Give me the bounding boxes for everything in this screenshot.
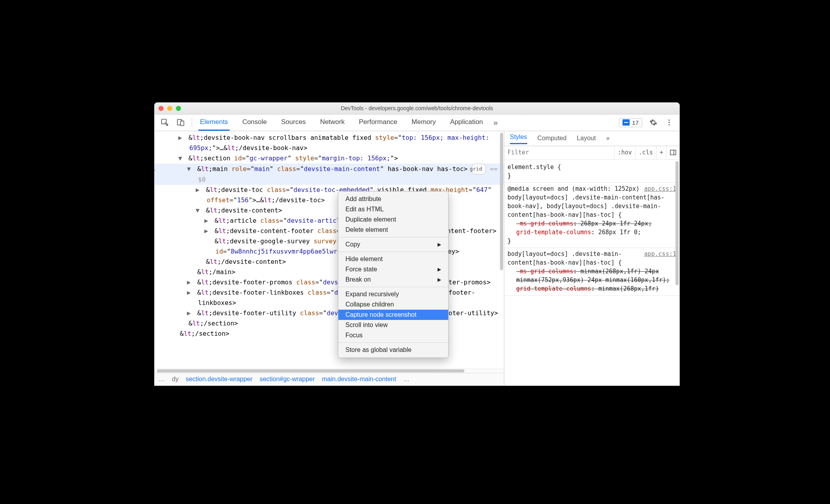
menu-separator: [338, 237, 448, 237]
svg-point-4: [668, 122, 670, 123]
settings-gear-icon[interactable]: [649, 118, 658, 127]
dom-row[interactable]: ▶&lt;article class="devsite-article">…&l…: [155, 216, 504, 226]
menu-item-add-attribute[interactable]: Add attribute: [338, 194, 448, 204]
computed-panel-toggle-icon[interactable]: [666, 146, 679, 159]
window-title: DevTools - developers.google.com/web/too…: [155, 105, 679, 111]
sidebar-tab-layout[interactable]: Layout: [577, 135, 596, 142]
tab-memory[interactable]: Memory: [410, 115, 437, 131]
crumb-item[interactable]: main.devsite-main-content: [322, 376, 396, 383]
new-rule-button[interactable]: +: [656, 146, 666, 159]
svg-rect-6: [670, 150, 676, 155]
main-toolbar: ElementsConsoleSourcesNetworkPerformance…: [155, 115, 679, 131]
rule-source-link[interactable]: app.css:1: [644, 250, 676, 258]
tab-console[interactable]: Console: [241, 115, 268, 131]
menu-item-capture-node-screenshot[interactable]: Capture node screenshot: [338, 310, 448, 320]
device-toggle-icon[interactable]: [176, 118, 185, 127]
overflow-panels-icon[interactable]: »: [491, 118, 500, 127]
issues-counter[interactable]: 17: [619, 118, 642, 127]
styles-filter-input[interactable]: [504, 147, 614, 158]
crumb-item: …: [403, 376, 409, 383]
vertical-scrollbar[interactable]: [675, 160, 679, 386]
style-rule[interactable]: element.style {}: [504, 161, 679, 183]
horizontal-scrollbar[interactable]: [155, 368, 504, 373]
menu-item-hide-element[interactable]: Hide element: [338, 254, 448, 264]
dom-row[interactable]: ▶&lt;devsite-content-footer class="nocon…: [155, 226, 504, 236]
vertical-scrollbar[interactable]: [499, 131, 504, 368]
dom-row[interactable]: ▶&lt;devsite-toc class="devsite-toc-embe…: [155, 185, 504, 205]
menu-separator: [338, 287, 448, 287]
dom-row[interactable]: ▼&lt;section id="gc-wrapper" style="marg…: [155, 153, 504, 164]
styles-filter-bar: :hov .cls +: [504, 146, 679, 160]
dom-row[interactable]: &lt;devsite-google-survey survey-id="8w8…: [155, 236, 504, 257]
traffic-lights: [158, 106, 181, 111]
menu-item-expand-recursively[interactable]: Expand recursively: [338, 289, 448, 299]
breadcrumb[interactable]: …dysection.devsite-wrappersection#gc-wra…: [155, 373, 504, 386]
dom-row[interactable]: &lt;/section>: [155, 329, 504, 339]
menu-item-force-state[interactable]: Force state▶: [338, 264, 448, 275]
context-menu: Add attributeEdit as HTMLDuplicate eleme…: [338, 191, 449, 358]
sidebar-overflow-icon[interactable]: »: [606, 135, 609, 142]
dom-row[interactable]: &lt;/section>: [155, 318, 504, 329]
svg-point-5: [668, 124, 670, 125]
dom-row[interactable]: &lt;/main>: [155, 267, 504, 277]
elements-panel: ▶&lt;devsite-book-nav scrollbars animata…: [155, 131, 504, 386]
menu-item-focus[interactable]: Focus: [338, 330, 448, 340]
devtools-window: DevTools - developers.google.com/web/too…: [154, 102, 680, 386]
menu-item-break-on[interactable]: Break on▶: [338, 275, 448, 285]
dom-row[interactable]: ▼&lt;devsite-content>: [155, 205, 504, 216]
minimize-icon[interactable]: [167, 106, 172, 111]
kebab-menu-icon[interactable]: [664, 118, 674, 127]
dom-tree[interactable]: ▶&lt;devsite-book-nav scrollbars animata…: [155, 131, 504, 368]
tab-elements[interactable]: Elements: [198, 115, 230, 131]
menu-item-scroll-into-view[interactable]: Scroll into view: [338, 320, 448, 330]
sidebar-tab-computed[interactable]: Computed: [538, 135, 567, 142]
crumb-item[interactable]: section.devsite-wrapper: [186, 376, 253, 383]
zoom-icon[interactable]: [176, 106, 181, 111]
styles-sidebar: StylesComputedLayout» :hov .cls + elemen…: [504, 131, 679, 386]
menu-separator: [338, 252, 448, 252]
dom-row[interactable]: ▼&lt;main role="main" class="devsite-mai…: [155, 164, 504, 185]
dom-row[interactable]: ▶&lt;devsite-footer-linkboxes class="dev…: [155, 288, 504, 308]
menu-item-edit-as-html[interactable]: Edit as HTML: [338, 204, 448, 214]
sidebar-tabs: StylesComputedLayout»: [504, 131, 679, 146]
menu-separator: [338, 342, 448, 343]
titlebar: DevTools - developers.google.com/web/too…: [155, 103, 679, 115]
separator: [192, 118, 192, 127]
svg-rect-2: [181, 121, 184, 126]
tab-network[interactable]: Network: [319, 115, 346, 131]
crumb-item: …: [158, 376, 165, 383]
panel-tabs: ElementsConsoleSourcesNetworkPerformance…: [198, 115, 485, 131]
dom-row[interactable]: &lt;/devsite-content>: [155, 257, 504, 267]
tab-sources[interactable]: Sources: [279, 115, 307, 131]
menu-item-copy[interactable]: Copy▶: [338, 239, 448, 250]
menu-item-store-as-global-variable[interactable]: Store as global variable: [338, 345, 448, 355]
style-rule[interactable]: app.css:1body[layout=docs] .devsite-main…: [504, 248, 679, 296]
issues-count: 17: [632, 119, 639, 126]
close-icon[interactable]: [158, 106, 164, 111]
sidebar-tab-styles[interactable]: Styles: [510, 134, 527, 144]
issues-icon: [622, 119, 630, 126]
menu-item-delete-element[interactable]: Delete element: [338, 225, 448, 235]
dom-row[interactable]: ▶&lt;devsite-footer-promos class="devsit…: [155, 277, 504, 288]
tab-performance[interactable]: Performance: [357, 115, 399, 131]
inspect-icon[interactable]: [160, 118, 170, 127]
svg-point-3: [668, 120, 670, 121]
dom-row[interactable]: ▶&lt;devsite-footer-utility class="devsi…: [155, 308, 504, 318]
cls-button[interactable]: .cls: [635, 146, 656, 159]
style-rule[interactable]: app.css:1@media screen and (max-width: 1…: [504, 183, 679, 248]
crumb-item[interactable]: dy: [172, 376, 179, 383]
menu-item-collapse-children[interactable]: Collapse children: [338, 299, 448, 310]
menu-item-duplicate-element[interactable]: Duplicate element: [338, 214, 448, 225]
styles-rules[interactable]: element.style {}app.css:1@media screen a…: [504, 160, 679, 386]
hov-button[interactable]: :hov: [614, 146, 635, 159]
crumb-item[interactable]: section#gc-wrapper: [260, 376, 315, 383]
dom-row[interactable]: ▶&lt;devsite-book-nav scrollbars animata…: [155, 133, 504, 153]
rule-source-link[interactable]: app.css:1: [644, 184, 676, 193]
tab-application[interactable]: Application: [449, 115, 485, 131]
